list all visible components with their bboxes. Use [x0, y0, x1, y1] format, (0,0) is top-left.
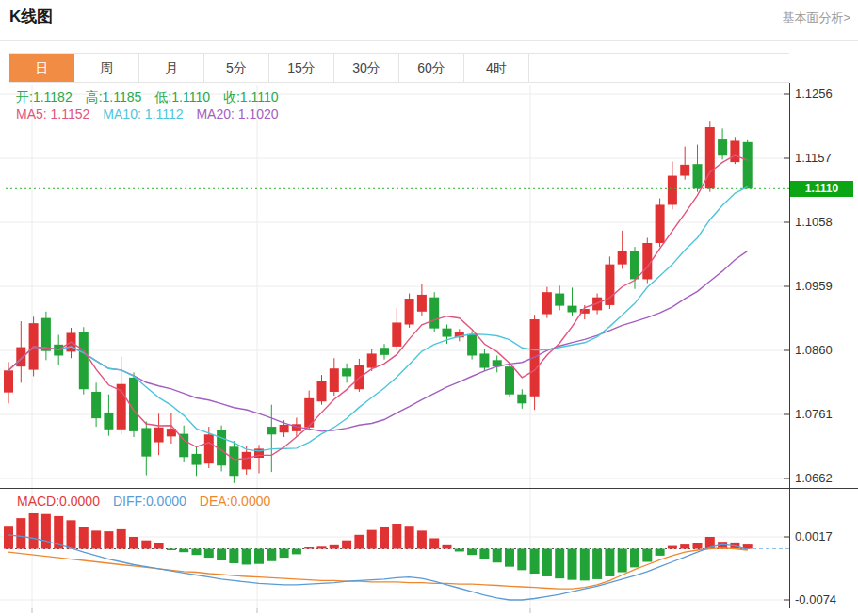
macd-tick--0.0074: -0.0074	[795, 592, 836, 607]
price-tick-1.0860: 1.0860	[795, 343, 833, 357]
legend-macd-diff: DIFF:0.0000	[113, 494, 186, 509]
legend-ma-ma10: MA10: 1.1112	[103, 106, 183, 122]
legend-macd-macd: MACD:0.0000	[17, 494, 100, 509]
legend-macd-dea: DEA:0.0000	[200, 494, 271, 509]
price-tick-1.1157: 1.1157	[795, 151, 832, 165]
price-tick-1.0662: 1.0662	[795, 471, 833, 485]
legend-ohlc-high: 高:1.1185	[86, 89, 142, 105]
legend-ma-ma5: MA5: 1.1152	[16, 106, 89, 122]
legend-ma-ma20: MA20: 1.1020	[196, 106, 278, 122]
macd-tick-0.0017: 0.0017	[795, 529, 833, 543]
price-tick-1.1058: 1.1058	[795, 215, 833, 229]
price-tick-1.0761: 1.0761	[795, 407, 833, 421]
legend-ohlc-close: 收:1.1110	[223, 89, 279, 105]
kline-chart-app: K线图 基本面分析> 日周月5分15分30分60分4时 开:1.1182高:1.…	[0, 0, 858, 616]
legend-ohlc-low: 低:1.1110	[154, 89, 210, 105]
legend-ohlc-open: 开:1.1182	[16, 89, 73, 105]
macd-pane	[4, 513, 789, 600]
candlestick-series	[4, 121, 753, 483]
macd-legend: MACD:0.0000DIFF:0.0000DEA:0.0000	[17, 494, 283, 509]
price-tick-1.0959: 1.0959	[795, 279, 833, 293]
price-tick-1.1256: 1.1256	[795, 87, 833, 101]
current-price-tag: 1.1110	[790, 181, 853, 197]
ma-legend: MA5: 1.1152MA10: 1.1112MA20: 1.1020	[16, 106, 292, 122]
ohlc-legend: 开:1.1182高:1.1185低:1.1110收:1.1110	[16, 89, 292, 106]
